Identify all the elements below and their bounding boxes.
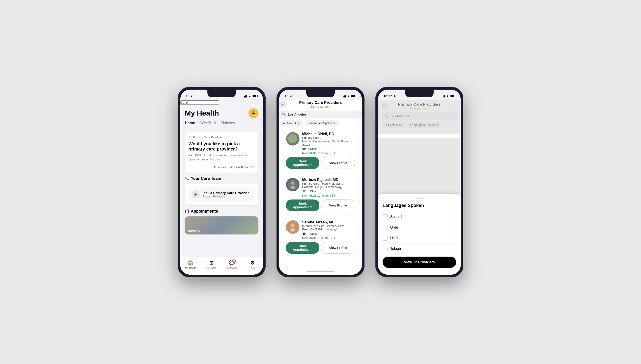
provider-actions-1: Book Appointment View Profile xyxy=(286,157,355,169)
status-icons-1: ▲ xyxy=(243,94,258,98)
notch-1 xyxy=(208,90,236,97)
signal-icon-2 xyxy=(342,95,346,98)
back-button-2[interactable]: ‹ xyxy=(279,101,286,108)
clinic-icon-3: ☎ xyxy=(302,232,306,235)
book-button-1[interactable]: Book Appointment xyxy=(286,157,319,169)
pick-provider-button[interactable]: Pick a Provider xyxy=(230,165,255,169)
battery-icon-3 xyxy=(450,95,455,97)
filter-row-2: In Clinic Only Languages Spoken ▾ xyxy=(279,120,362,126)
nav-my-health-label: My Health xyxy=(185,266,196,269)
top-nav-3: ‹ Primary Care Providers 12 in your area… xyxy=(378,100,461,131)
care-team-card: + Pick a Primary Care Provider Browse Pr… xyxy=(185,184,258,205)
home-indicator-2 xyxy=(279,268,362,275)
provider-spec-1: Primary Care xyxy=(302,136,355,140)
filter-languages-2[interactable]: Languages Spoken ▾ xyxy=(305,120,339,126)
provider-next-2: Next 01/28 11:30am CST xyxy=(302,194,355,197)
lang-option-urdu[interactable]: Urdu xyxy=(382,222,456,233)
lang-label-urdu: Urdu xyxy=(390,226,398,230)
lang-checkbox-hindi[interactable] xyxy=(382,236,388,240)
care-team-icon xyxy=(185,176,189,180)
nav-my-health[interactable]: 🏠 My Health xyxy=(180,260,201,269)
nav-messages[interactable]: 💬 49 Messages xyxy=(222,260,242,269)
view-button-2[interactable]: View Profile xyxy=(321,200,355,211)
top-search-input[interactable] xyxy=(180,100,220,105)
provider-name-3: Serene Tareen, MD xyxy=(302,220,355,224)
tab-covid[interactable]: COVID-19 xyxy=(199,121,216,126)
provider-name-2: Murtaza Rajabali, MD xyxy=(302,178,355,182)
filter-in-clinic-2[interactable]: In Clinic Only xyxy=(279,120,303,126)
care-item[interactable]: + Pick a Primary Care Provider Browse Pr… xyxy=(188,187,255,202)
ayo-icon: ⚙ xyxy=(250,260,255,266)
appointments-header: Appointments › xyxy=(185,209,258,214)
nav-ayo[interactable]: ⚙ Ayo xyxy=(242,260,263,269)
lang-checkbox-spanish[interactable] xyxy=(382,214,388,219)
search-input-3 xyxy=(390,114,454,118)
tab-home[interactable]: Home xyxy=(185,121,195,126)
svg-point-1 xyxy=(186,177,187,178)
book-button-2[interactable]: Book Appointment xyxy=(286,200,319,211)
avatar[interactable]: A xyxy=(248,108,258,118)
status-time-3: 10:27 ➤ xyxy=(384,94,396,98)
plus-square-icon: ⊞ xyxy=(209,260,213,266)
appointment-day: Tuesday xyxy=(188,229,200,233)
wifi-icon-1: ▲ xyxy=(248,94,251,98)
care-team-section: Your Care Team xyxy=(185,176,258,181)
filter-languages-3: Languages Spoken ▾ xyxy=(407,122,441,128)
search-row-3: 🔍 xyxy=(382,112,457,120)
provider-loc-2: Eastvale, CA (1274.2 mi away) xyxy=(302,185,355,189)
svg-point-0 xyxy=(190,136,191,137)
chevron-down-icon-2: ▾ xyxy=(334,122,336,125)
nav-get-care-label: Get Care xyxy=(206,266,216,269)
modal-handle xyxy=(415,198,424,199)
nav-get-care[interactable]: ⊞ Get Care xyxy=(201,260,222,269)
battery-icon-2 xyxy=(352,95,356,97)
lang-checkbox-urdu[interactable] xyxy=(382,225,388,230)
pcp-card-actions: Dismiss Pick a Provider xyxy=(188,165,255,169)
providers-list-3: Michelle ONeil, DO Primary Care Rancho C… xyxy=(378,131,461,134)
view-button-3[interactable]: View Profile xyxy=(321,242,355,254)
provider-mode-3: ☎ In Clinic xyxy=(302,232,355,235)
nav-title-3: Primary Care Providers xyxy=(391,102,448,107)
provider-icon xyxy=(188,136,192,139)
phone-1: 10:25 ▲ xyxy=(178,87,266,277)
status-icons-3: ▲ xyxy=(440,94,455,98)
view-button-1[interactable]: View Profile xyxy=(321,157,355,169)
appointments-arrow[interactable]: › xyxy=(257,209,258,214)
lang-option-hindi[interactable]: Hindi xyxy=(382,233,456,244)
care-team-title: Your Care Team xyxy=(191,176,221,181)
signal-icon-1 xyxy=(243,95,247,98)
pcp-card-title: Would you like to pick a primary care pr… xyxy=(188,141,255,152)
tab-diabetes[interactable]: Diabetes xyxy=(220,121,235,126)
back-button-3[interactable]: ‹ xyxy=(382,103,388,110)
search-input-2[interactable] xyxy=(288,112,359,116)
modal-title: Languages Spoken xyxy=(382,203,456,208)
provider-actions-3: Book Appointment View Profile xyxy=(286,242,355,254)
provider-card-2: Murtaza Rajabali, MD Primary Care · Fami… xyxy=(283,175,358,214)
provider-avatar-2 xyxy=(286,178,300,191)
phone-2: 10:26 ▲ xyxy=(276,87,364,277)
page-header: My Health A xyxy=(185,105,258,121)
lang-option-spanish[interactable]: Spanish xyxy=(382,212,456,222)
search-row-2[interactable]: 🔍 xyxy=(279,110,362,118)
provider-actions-2: Book Appointment View Profile xyxy=(286,200,355,211)
provider-avatar-1 xyxy=(286,132,300,146)
provider-mode-2: ☎ In Clinic xyxy=(302,190,355,193)
filter-row-3: In Clinic Only Languages Spoken ▾ xyxy=(382,122,457,128)
svg-rect-2 xyxy=(185,210,188,213)
dismiss-button[interactable]: Dismiss xyxy=(214,165,226,169)
phones-container: 10:25 ▲ xyxy=(178,87,463,277)
book-button-3[interactable]: Book Appointment xyxy=(286,242,319,254)
lang-checkbox-telugu[interactable] xyxy=(382,246,388,251)
pcp-card: Primary Care Provider Would you like to … xyxy=(185,132,258,173)
battery-icon-1 xyxy=(252,95,258,97)
bottom-nav-1: 🏠 My Health ⊞ Get Care 💬 49 Messages ⚙ xyxy=(180,256,263,275)
provider-card-1: Michelle ONeil, DO Primary Care Rancho C… xyxy=(283,129,358,172)
status-time-2: 10:26 xyxy=(284,94,293,98)
pcp-card-desc: Your PCP will help you set long term goa… xyxy=(188,154,255,162)
provider-name-1: Michelle ONeil, DO xyxy=(302,132,355,136)
view-providers-button[interactable]: View 12 Providers xyxy=(382,256,456,268)
phone-3: 10:27 ➤ ▲ xyxy=(375,87,463,277)
provider-next-1: Next 01/31 11:50am CST xyxy=(302,152,355,155)
messages-badge: 49 xyxy=(232,260,236,262)
lang-option-telugu[interactable]: Telugu xyxy=(382,244,456,254)
